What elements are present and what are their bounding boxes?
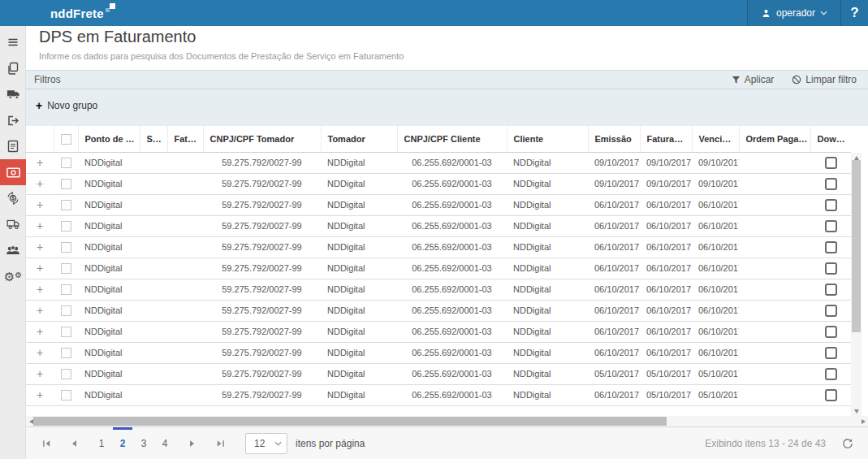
column-header[interactable]: Série — [140, 126, 167, 152]
cell-cnpj-tomador: 59.275.792/0027-99 — [203, 384, 321, 405]
page-button-3[interactable]: 3 — [133, 433, 154, 454]
refresh-button[interactable] — [837, 433, 858, 454]
cell-ordem — [739, 321, 810, 342]
users-icon — [6, 245, 20, 256]
apply-filter-button[interactable]: Aplicar — [732, 74, 775, 85]
cell-serie — [140, 321, 167, 342]
page-size-select[interactable]: 12 — [245, 433, 287, 454]
download-checkbox[interactable] — [825, 241, 837, 253]
expand-row-button[interactable]: + — [37, 346, 43, 359]
column-header[interactable]: Ordem Pagamento — [739, 126, 810, 152]
scroll-down-arrow-icon[interactable] — [851, 406, 862, 416]
expand-row-button[interactable]: + — [37, 325, 43, 338]
expand-row-button[interactable]: + — [37, 177, 43, 190]
download-checkbox[interactable] — [825, 284, 837, 296]
sidebar-item-freight-document[interactable] — [0, 211, 26, 237]
sidebar-item-truck[interactable] — [0, 81, 26, 107]
page-button-2[interactable]: 2 — [112, 433, 133, 454]
sidebar-item-settings[interactable]: ⚙⚙ — [0, 263, 26, 289]
download-checkbox[interactable] — [825, 305, 837, 317]
download-checkbox[interactable] — [825, 326, 837, 338]
help-button[interactable]: ? — [840, 0, 868, 26]
column-header[interactable]: Tomador — [321, 126, 397, 152]
sidebar-item-sign-out[interactable] — [0, 107, 26, 133]
expand-row-button[interactable]: + — [37, 283, 43, 296]
download-checkbox[interactable] — [825, 178, 837, 190]
row-checkbox[interactable] — [61, 263, 71, 274]
cell-emissao: 09/10/2017... — [588, 173, 640, 194]
document-icon — [7, 140, 19, 153]
download-checkbox[interactable] — [825, 157, 837, 169]
last-page-icon — [216, 440, 225, 448]
cell-ordem — [739, 215, 810, 236]
download-checkbox[interactable] — [825, 220, 837, 232]
cell-vencimento: 06/10/2017 — [692, 279, 739, 300]
last-page-button[interactable] — [209, 433, 231, 454]
expand-row-button[interactable]: + — [37, 388, 43, 401]
user-menu[interactable]: operador — [747, 0, 840, 26]
column-header[interactable]: Ponto de Ope... — [78, 126, 140, 152]
select-all-checkbox[interactable] — [61, 134, 71, 145]
download-checkbox[interactable] — [825, 199, 837, 211]
expand-row-button[interactable]: + — [37, 156, 43, 169]
row-checkbox[interactable] — [61, 200, 71, 210]
vertical-scrollbar-thumb[interactable] — [852, 160, 861, 332]
column-header[interactable]: CNPJ/CPF Tomador — [203, 126, 321, 152]
page-button-1[interactable]: 1 — [91, 433, 112, 454]
cell-cnpj-cliente: 06.255.692/0001-03 — [397, 194, 507, 215]
row-checkbox[interactable] — [61, 369, 71, 379]
expand-row-button[interactable]: + — [37, 367, 43, 380]
page-button-4[interactable]: 4 — [154, 433, 175, 454]
expand-row-button[interactable]: + — [37, 219, 43, 232]
sidebar-item-menu[interactable] — [0, 29, 26, 55]
row-checkbox[interactable] — [61, 327, 71, 337]
sidebar-item-money-sync[interactable]: $ — [0, 185, 26, 211]
expand-row-button[interactable]: + — [37, 240, 43, 253]
clear-filter-button[interactable]: Limpar filtro — [792, 74, 857, 85]
sidebar-item-documents[interactable] — [0, 55, 26, 81]
row-checkbox[interactable] — [61, 158, 71, 168]
expand-row-button[interactable]: + — [37, 262, 43, 275]
expand-row-button[interactable]: + — [37, 198, 43, 211]
horizontal-scrollbar-thumb[interactable] — [33, 417, 667, 426]
scroll-right-arrow-icon[interactable] — [858, 416, 868, 427]
next-page-button[interactable] — [182, 433, 203, 454]
cell-cliente: NDDigital — [507, 236, 588, 258]
cell-faturamento: 06/10/2017 — [640, 258, 692, 279]
new-group-button[interactable]: + Novo grupo — [36, 100, 97, 111]
expand-row-button[interactable]: + — [37, 304, 43, 317]
row-checkbox[interactable] — [61, 221, 71, 232]
row-checkbox[interactable] — [61, 242, 71, 253]
cell-ordem — [739, 152, 810, 173]
row-checkbox[interactable] — [61, 305, 71, 316]
pager-right: Exibindo itens 13 - 24 de 43 — [705, 433, 858, 454]
download-checkbox[interactable] — [825, 368, 837, 380]
cell-cnpj-cliente: 06.255.692/0001-03 — [397, 342, 507, 363]
vertical-scrollbar[interactable] — [851, 153, 862, 416]
cell-cnpj-tomador: 59.275.792/0027-99 — [203, 279, 321, 300]
column-header[interactable]: Fatura — [167, 126, 203, 152]
column-header[interactable]: CNPJ/CPF Cliente — [397, 126, 507, 152]
cell-fatura — [167, 384, 203, 405]
cell-ponto: NDDigital — [78, 342, 140, 363]
sidebar-item-billing[interactable] — [0, 159, 26, 185]
download-checkbox[interactable] — [825, 347, 837, 359]
sidebar-item-users[interactable] — [0, 237, 26, 263]
column-header[interactable]: Faturamento — [640, 126, 692, 152]
cell-tomador: NDDigital — [321, 321, 397, 342]
row-checkbox[interactable] — [61, 348, 71, 358]
column-header[interactable]: Emissão — [588, 126, 640, 152]
row-checkbox[interactable] — [61, 390, 71, 401]
horizontal-scrollbar[interactable] — [26, 416, 868, 427]
sidebar-item-document[interactable] — [0, 133, 26, 159]
download-checkbox[interactable] — [825, 262, 837, 275]
column-header[interactable]: Downl... — [810, 126, 851, 152]
row-checkbox[interactable] — [61, 284, 71, 295]
first-page-button[interactable] — [36, 433, 57, 454]
download-checkbox[interactable] — [825, 389, 837, 401]
previous-page-button[interactable] — [63, 433, 84, 454]
column-header[interactable]: Vencimento — [692, 126, 739, 152]
row-checkbox[interactable] — [61, 179, 71, 189]
column-header[interactable]: Cliente — [507, 126, 588, 152]
cell-cnpj-cliente: 06.255.692/0001-03 — [397, 215, 507, 236]
